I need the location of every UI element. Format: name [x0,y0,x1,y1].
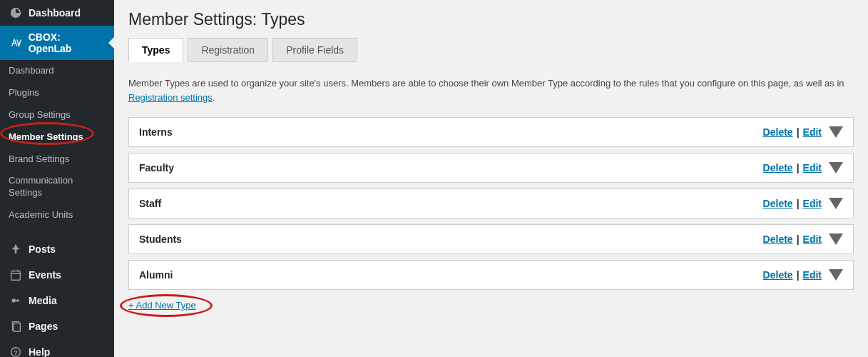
media-icon [9,293,23,308]
sidebar-item-posts[interactable]: Posts [0,236,114,262]
pages-icon [9,319,23,333]
delete-link[interactable]: Delete [763,233,793,245]
edit-link[interactable]: Edit [803,269,822,281]
delete-link[interactable]: Delete [763,269,793,281]
svg-point-4 [12,298,16,302]
type-actions: Delete|Edit [763,198,843,209]
sidebar-sub-plugins[interactable]: Plugins [0,82,114,104]
delete-link[interactable]: Delete [763,126,793,138]
sidebar-label: Events [29,269,61,281]
cbox-icon [9,36,23,50]
registration-link[interactable]: Registration settings [128,92,213,103]
expand-icon[interactable] [829,198,843,209]
type-actions: Delete|Edit [763,126,843,138]
delete-link[interactable]: Delete [763,162,793,174]
edit-link[interactable]: Edit [803,126,822,138]
sidebar-sub-member[interactable]: Member Settings [0,126,114,149]
edit-link[interactable]: Edit [803,162,822,174]
sidebar-item-events[interactable]: Events [0,262,114,288]
type-row: StaffDelete|Edit [128,188,854,218]
dashboard-icon [9,6,23,20]
sidebar-label: Pages [29,321,58,332]
sidebar-label: Posts [29,243,56,255]
type-actions: Delete|Edit [763,233,843,245]
add-new-type[interactable]: + Add New Type [128,300,196,311]
sidebar-sub-academic[interactable]: Academic Units [0,204,114,226]
type-row: AlumniDelete|Edit [128,260,854,290]
type-row: StudentsDelete|Edit [128,224,854,254]
type-actions: Delete|Edit [763,162,843,174]
tabs: Types Registration Profile Fields [128,38,854,62]
sidebar-label: Dashboard [29,7,81,19]
tab-registration[interactable]: Registration [188,38,268,62]
type-name: Students [139,233,182,245]
sidebar-sub-dashboard[interactable]: Dashboard [0,60,114,82]
type-name: Staff [139,198,161,209]
svg-text:?: ? [14,349,18,356]
help-icon: ? [9,345,23,357]
sidebar-item-dashboard[interactable]: Dashboard [0,0,114,26]
type-row: InternsDelete|Edit [128,117,854,147]
sidebar-label: Media [29,295,57,306]
tab-profile[interactable]: Profile Fields [272,38,357,62]
type-actions: Delete|Edit [763,269,843,281]
sidebar-item-pages[interactable]: Pages [0,313,114,339]
calendar-icon [9,268,23,282]
intro-text: Member Types are used to organize your s… [128,76,854,104]
expand-icon[interactable] [829,269,843,281]
sidebar-item-help[interactable]: ? Help [0,339,114,357]
tab-types[interactable]: Types [128,38,183,62]
sidebar-item-cbox[interactable]: CBOX: OpenLab [0,26,114,60]
edit-link[interactable]: Edit [803,198,822,209]
type-name: Alumni [139,269,173,281]
sidebar-label: CBOX: OpenLab [29,31,106,54]
svg-rect-6 [14,323,20,332]
delete-link[interactable]: Delete [763,198,793,209]
page-title: Member Settings: Types [128,0,854,36]
sidebar-sub-brand[interactable]: Brand Settings [0,149,114,171]
pin-icon [9,242,23,256]
type-name: Interns [139,126,173,138]
expand-icon[interactable] [829,162,843,174]
sidebar-label: Help [29,346,50,357]
svg-rect-0 [11,271,21,281]
expand-icon[interactable] [829,233,843,245]
edit-link[interactable]: Edit [803,233,822,245]
sidebar-item-media[interactable]: Media [0,288,114,313]
type-name: Faculty [139,162,174,174]
expand-icon[interactable] [829,126,843,138]
sidebar-sub-comm[interactable]: Communication Settings [0,170,114,204]
sidebar-sub-group[interactable]: Group Settings [0,104,114,126]
type-row: FacultyDelete|Edit [128,153,854,183]
